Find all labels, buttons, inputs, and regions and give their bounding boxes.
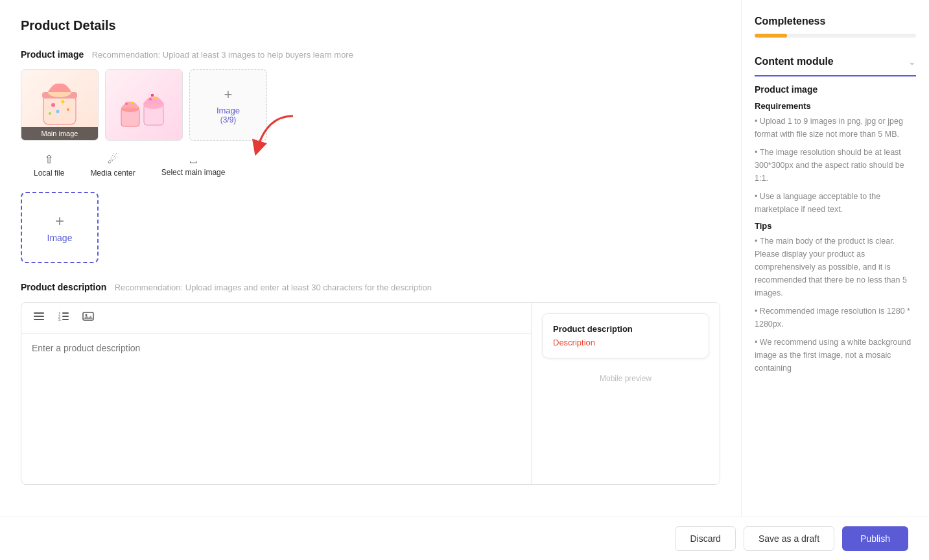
image-count: (3/9) bbox=[220, 115, 237, 124]
sidebar: Completeness Content module ⌄ Product im… bbox=[741, 0, 929, 560]
content-module-header: Content module ⌄ bbox=[755, 56, 916, 76]
tip-1: • The main body of the product is clear.… bbox=[755, 235, 916, 299]
tip-2: • Recommended image resolution is 1280 *… bbox=[755, 305, 916, 331]
select-main-label: Select main image bbox=[161, 168, 226, 177]
local-file-button[interactable]: ⇧ Local file bbox=[21, 148, 77, 181]
svg-point-10 bbox=[125, 102, 128, 105]
editor-body[interactable] bbox=[21, 334, 531, 484]
preview-title: Product description bbox=[553, 324, 698, 334]
preview-card: Product description Description bbox=[542, 313, 709, 358]
completeness-title: Completeness bbox=[755, 16, 916, 27]
editor-left: 1. 2. 3. bbox=[21, 303, 532, 484]
editor-right: Product description Description Mobile p… bbox=[532, 303, 720, 484]
add-image-label: Image bbox=[217, 106, 240, 115]
image-toolbar: ⇧ Local file ☄ Media center ⎵ Select mai… bbox=[21, 148, 274, 181]
select-main-icon: ⎵ bbox=[190, 152, 197, 166]
svg-rect-23 bbox=[62, 316, 69, 317]
product-description-section: Product description Recommendation: Uplo… bbox=[21, 281, 720, 485]
discard-button[interactable]: Discard bbox=[675, 526, 735, 551]
media-icon: ☄ bbox=[108, 152, 118, 167]
plus-icon: + bbox=[224, 86, 233, 103]
save-draft-button[interactable]: Save as a draft bbox=[744, 526, 834, 551]
svg-rect-0 bbox=[43, 95, 76, 124]
page-title: Product Details bbox=[21, 18, 720, 33]
svg-rect-21 bbox=[62, 312, 69, 314]
image-insert-icon bbox=[82, 310, 94, 322]
svg-rect-25 bbox=[62, 319, 69, 320]
progress-bar-background bbox=[755, 34, 916, 38]
media-center-button[interactable]: ☄ Media center bbox=[77, 148, 148, 181]
standalone-add-image[interactable]: + Image bbox=[21, 192, 99, 263]
description-recommendation: Recommendation: Upload images and enter … bbox=[115, 283, 432, 292]
svg-rect-17 bbox=[34, 312, 44, 314]
mobile-preview-label: Mobile preview bbox=[532, 374, 720, 383]
description-section-header: Product description Recommendation: Uplo… bbox=[21, 281, 720, 293]
content-module-title: Content module bbox=[755, 56, 834, 67]
svg-point-3 bbox=[51, 103, 55, 107]
svg-rect-18 bbox=[34, 316, 44, 317]
select-main-image-button[interactable]: ⎵ Select main image bbox=[148, 148, 239, 181]
svg-point-15 bbox=[154, 97, 157, 99]
description-label: Product description bbox=[21, 282, 106, 292]
content-module-chevron-icon[interactable]: ⌄ bbox=[908, 56, 916, 67]
cupcake-icon-1 bbox=[30, 76, 89, 134]
svg-point-14 bbox=[149, 98, 152, 100]
requirements-title: Requirements bbox=[755, 101, 916, 111]
completeness-section: Completeness bbox=[755, 16, 916, 38]
list-icon bbox=[33, 310, 45, 322]
svg-point-5 bbox=[56, 110, 60, 113]
main-image-badge: Main image bbox=[21, 127, 98, 140]
svg-rect-19 bbox=[34, 319, 44, 320]
arrow-annotation bbox=[248, 113, 300, 158]
content-module-section: Content module ⌄ Product image Requireme… bbox=[755, 56, 916, 375]
svg-point-11 bbox=[132, 102, 134, 104]
svg-text:3.: 3. bbox=[58, 318, 62, 321]
editor-container: 1. 2. 3. bbox=[21, 302, 720, 485]
svg-point-4 bbox=[62, 100, 65, 104]
media-center-label: Media center bbox=[90, 169, 135, 178]
progress-bar-fill bbox=[755, 34, 787, 38]
svg-point-16 bbox=[150, 93, 154, 97]
product-image-1[interactable]: Main image bbox=[21, 69, 99, 141]
action-bar: Discard Save as a draft Publish bbox=[0, 517, 929, 560]
images-row: Main image bbox=[21, 69, 720, 141]
tips-title: Tips bbox=[755, 221, 916, 231]
image-toolbar-wrapper: ⇧ Local file ☄ Media center ⎵ Select mai… bbox=[21, 148, 274, 192]
requirement-1: • Upload 1 to 9 images in png, jpg or jp… bbox=[755, 115, 916, 141]
standalone-plus-icon: + bbox=[55, 212, 64, 230]
product-image-recommendation: Recommendation: Upload at least 3 images… bbox=[92, 50, 353, 60]
tip-3: • We recommend using a white background … bbox=[755, 336, 916, 375]
sidebar-product-image-title: Product image bbox=[755, 84, 916, 95]
local-file-label: Local file bbox=[34, 169, 64, 178]
preview-description-label: Description bbox=[553, 338, 698, 347]
product-image-label: Product image bbox=[21, 49, 84, 60]
svg-point-6 bbox=[67, 108, 69, 111]
requirement-2: • The image resolution should be at leas… bbox=[755, 146, 916, 185]
standalone-image-label: Image bbox=[47, 233, 73, 243]
product-image-2[interactable] bbox=[105, 69, 183, 141]
product-image-section-header: Product image Recommendation: Upload at … bbox=[21, 49, 720, 60]
svg-point-7 bbox=[49, 112, 51, 115]
editor-toolbar: 1. 2. 3. bbox=[21, 303, 531, 334]
upload-icon: ⇧ bbox=[44, 152, 54, 167]
requirement-3: • Use a language acceptable to the marke… bbox=[755, 190, 916, 216]
sidebar-product-image-block: Product image Requirements • Upload 1 to… bbox=[755, 84, 916, 375]
list-icon-button[interactable] bbox=[30, 309, 47, 327]
ordered-list-icon-button[interactable]: 1. 2. 3. bbox=[55, 309, 72, 327]
ordered-list-icon: 1. 2. 3. bbox=[58, 310, 69, 322]
description-textarea[interactable] bbox=[32, 343, 521, 472]
publish-button[interactable]: Publish bbox=[842, 526, 908, 551]
cupcake-icon-2 bbox=[115, 76, 173, 134]
image-insert-button[interactable] bbox=[80, 309, 97, 327]
svg-rect-26 bbox=[83, 312, 93, 320]
